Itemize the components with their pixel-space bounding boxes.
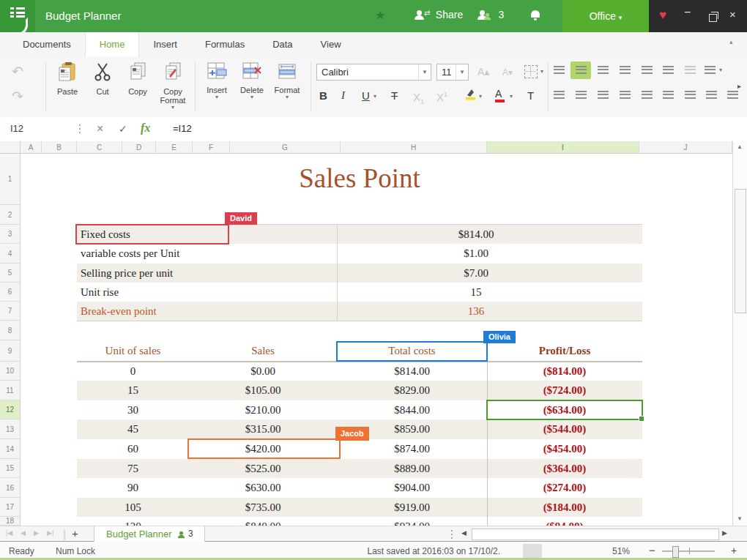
data-cell[interactable]: $889.00: [337, 459, 487, 478]
active-cell-selection[interactable]: [486, 400, 643, 420]
row-header-4[interactable]: 4: [0, 244, 21, 264]
merge-cells-icon[interactable]: [685, 66, 696, 74]
column-header-G[interactable]: G: [230, 141, 341, 154]
scroll-up-icon[interactable]: ▲: [737, 143, 743, 150]
fill-handle[interactable]: [639, 416, 644, 422]
collapse-toolbar-icon[interactable]: ▴: [729, 38, 733, 45]
info-value-cell[interactable]: $814.00: [337, 225, 615, 244]
data-cell[interactable]: $735.00: [189, 498, 337, 517]
zoom-slider-thumb[interactable]: [672, 546, 679, 558]
cell-style-caret-icon[interactable]: ▾: [719, 67, 722, 73]
format-cells-button[interactable]: Format ▾: [270, 61, 305, 100]
cut-button[interactable]: Cut: [85, 61, 120, 96]
data-cell[interactable]: 30: [77, 400, 189, 419]
favorite-star-icon[interactable]: ★: [375, 8, 385, 22]
justify-icon[interactable]: [642, 91, 653, 99]
row-header-17[interactable]: 17: [0, 498, 21, 517]
row-header-2[interactable]: 2: [0, 205, 21, 225]
info-label-cell[interactable]: Break-even point: [81, 302, 330, 321]
redo-button[interactable]: ↷: [12, 88, 23, 105]
menu-tab-documents[interactable]: Documents: [9, 32, 85, 57]
column-header-C[interactable]: C: [77, 141, 122, 154]
align-top-icon[interactable]: [554, 66, 565, 74]
highlight-caret-icon[interactable]: ▾: [479, 93, 482, 100]
data-cell[interactable]: $829.00: [337, 381, 487, 400]
strikethrough-button[interactable]: T: [391, 89, 398, 102]
info-value-cell[interactable]: 136: [337, 302, 615, 321]
data-cell[interactable]: $0.00: [189, 362, 337, 381]
row-header-14[interactable]: 14: [0, 439, 21, 459]
notifications-bell-icon[interactable]: [530, 10, 540, 23]
page-break-view-button[interactable]: [576, 544, 595, 558]
page-layout-view-button[interactable]: [551, 544, 570, 558]
name-box-resize-handle[interactable]: [79, 124, 81, 133]
first-sheet-icon[interactable]: |◀: [6, 529, 12, 537]
row-header-11[interactable]: 11: [0, 381, 21, 400]
text-direction-icon[interactable]: [620, 91, 631, 99]
delete-cells-button[interactable]: Delete ▾: [234, 61, 270, 100]
copy-button[interactable]: Copy: [120, 61, 155, 96]
superscript-button[interactable]: X1: [436, 91, 447, 103]
add-sheet-button[interactable]: +: [72, 527, 78, 540]
data-cell[interactable]: $105.00: [189, 381, 337, 400]
row-header-5[interactable]: 5: [0, 264, 21, 283]
data-cell[interactable]: $525.00: [189, 459, 337, 478]
info-label-cell[interactable]: Selling price per unit: [81, 264, 330, 283]
scroll-down-icon[interactable]: ▼: [737, 515, 743, 522]
cancel-entry-icon[interactable]: ×: [97, 122, 103, 135]
align-middle-icon[interactable]: [576, 66, 587, 74]
data-cell[interactable]: 75: [77, 459, 189, 478]
data-cell[interactable]: $844.00: [337, 400, 487, 419]
italic-button[interactable]: I: [341, 89, 345, 102]
data-cell[interactable]: ($454.00): [487, 439, 642, 459]
borders-caret-icon[interactable]: ▾: [540, 68, 543, 75]
column-header-B[interactable]: B: [42, 141, 77, 154]
insert-cells-button[interactable]: Insert ▾: [199, 61, 234, 100]
main-header-cell[interactable]: Sales: [189, 340, 337, 362]
row-header-12[interactable]: 12: [0, 400, 21, 419]
zoom-in-button[interactable]: +: [731, 545, 737, 556]
font-color-button[interactable]: A: [495, 88, 502, 100]
menu-tab-view[interactable]: View: [307, 32, 355, 57]
align-right-icon[interactable]: [598, 91, 609, 99]
data-cell[interactable]: 60: [77, 439, 189, 459]
line-spacing-icon[interactable]: [642, 66, 653, 74]
column-header-D[interactable]: D: [122, 141, 156, 154]
formula-input[interactable]: =I12: [173, 123, 192, 134]
row-header-1[interactable]: 1: [0, 154, 21, 205]
hscroll-left-icon[interactable]: ◀: [461, 529, 467, 537]
data-cell[interactable]: ($544.00): [487, 419, 642, 439]
vertical-scroll-thumb[interactable]: [735, 189, 746, 313]
data-cell[interactable]: $919.00: [337, 498, 487, 517]
vertical-text-icon[interactable]: [620, 66, 631, 74]
wrap-text-icon[interactable]: [663, 66, 674, 74]
row-header-13[interactable]: 13: [0, 419, 21, 439]
zoom-value[interactable]: 51%: [612, 546, 630, 556]
data-cell[interactable]: $315.00: [189, 419, 337, 439]
info-value-cell[interactable]: 15: [337, 283, 615, 302]
underline-button[interactable]: U: [362, 89, 370, 102]
zoom-out-button[interactable]: −: [649, 544, 655, 556]
office-menu-button[interactable]: Office ▾: [562, 0, 649, 32]
confirm-entry-icon[interactable]: ✓: [119, 123, 127, 135]
cell-style-icon[interactable]: [705, 66, 716, 74]
menu-tab-insert[interactable]: Insert: [139, 32, 191, 57]
underline-caret-icon[interactable]: ▾: [374, 93, 376, 100]
restore-button[interactable]: [709, 12, 717, 25]
normal-view-button[interactable]: [523, 544, 542, 558]
name-box[interactable]: I12: [10, 123, 23, 134]
bold-button[interactable]: B: [319, 89, 327, 102]
highlight-color-button[interactable]: [464, 88, 476, 104]
font-name-select[interactable]: Calibri▼: [316, 64, 431, 81]
column-header-J[interactable]: J: [639, 141, 732, 154]
data-cell[interactable]: ($724.00): [487, 381, 642, 400]
row-header-10[interactable]: 10: [0, 362, 21, 381]
align-bottom-icon[interactable]: [598, 66, 609, 74]
row-header-3[interactable]: 3: [0, 225, 21, 244]
column-header-E[interactable]: E: [156, 141, 193, 154]
menu-tab-data[interactable]: Data: [259, 32, 306, 57]
data-cell[interactable]: $904.00: [337, 478, 487, 498]
data-cell[interactable]: 0: [77, 362, 189, 381]
close-button[interactable]: ×: [729, 8, 736, 20]
heart-icon[interactable]: ♥: [659, 8, 666, 23]
